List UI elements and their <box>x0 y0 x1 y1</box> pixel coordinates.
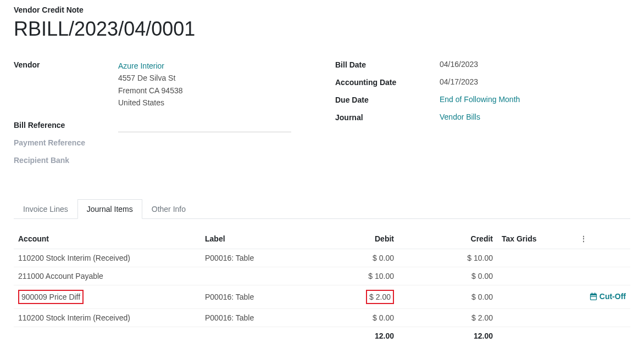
due-date-label: Due Date <box>335 95 440 104</box>
form-sheet: Vendor Azure Interior 4557 De Silva St F… <box>14 60 630 173</box>
cell-credit: $ 0.00 <box>398 267 497 285</box>
th-debit[interactable]: Debit <box>310 229 398 249</box>
recipient-bank-label: Recipient Bank <box>14 155 118 165</box>
total-credit: 12.00 <box>398 327 497 345</box>
vendor-address-line2: Fremont CA 94538 <box>118 85 309 97</box>
table-row[interactable]: 110200 Stock Interim (Received)P00016: T… <box>14 249 630 267</box>
th-account[interactable]: Account <box>14 229 201 249</box>
cell-actions <box>575 308 630 327</box>
cell-debit: $ 0.00 <box>310 308 398 327</box>
payment-reference-label: Payment Reference <box>14 138 118 147</box>
form-col-right: Bill Date 04/16/2023 Accounting Date 04/… <box>335 60 630 173</box>
cell-label: P00016: Table <box>201 285 310 308</box>
form-col-left: Vendor Azure Interior 4557 De Silva St F… <box>14 60 309 173</box>
calendar-icon <box>590 293 597 300</box>
kebab-menu-icon[interactable]: ⋮ <box>580 234 587 243</box>
cell-actions: Cut-Off <box>575 285 630 308</box>
cell-debit: $ 2.00 <box>310 285 398 308</box>
cell-tax-grids <box>497 249 575 267</box>
th-label[interactable]: Label <box>201 229 310 249</box>
tab-invoice-lines[interactable]: Invoice Lines <box>14 199 77 219</box>
table-row[interactable]: 211000 Account Payable$ 10.00$ 0.00 <box>14 267 630 285</box>
page-title: RBILL/2023/04/0001 <box>14 18 630 41</box>
cell-tax-grids <box>497 285 575 308</box>
table-row[interactable]: 900009 Price DiffP00016: Table$ 2.00$ 0.… <box>14 285 630 308</box>
th-credit[interactable]: Credit <box>398 229 497 249</box>
cell-credit: $ 2.00 <box>398 308 497 327</box>
cell-debit: $ 10.00 <box>310 267 398 285</box>
tabs: Invoice Lines Journal Items Other Info <box>14 199 630 219</box>
cell-label: P00016: Table <box>201 308 310 327</box>
tab-journal-items[interactable]: Journal Items <box>77 199 142 219</box>
vendor-link[interactable]: Azure Interior <box>118 61 164 70</box>
journal-table: Account Label Debit Credit Tax Grids ⋮ 1… <box>14 229 630 345</box>
cell-tax-grids <box>497 267 575 285</box>
cell-label <box>201 267 310 285</box>
tab-other-info[interactable]: Other Info <box>142 199 195 219</box>
vendor-credit-note-page: Vendor Credit Note RBILL/2023/04/0001 Ve… <box>14 5 630 345</box>
journal-link[interactable]: Vendor Bills <box>440 113 480 121</box>
bill-date-label: Bill Date <box>335 60 440 69</box>
vendor-label: Vendor <box>14 60 118 69</box>
cell-debit: $ 0.00 <box>310 249 398 267</box>
cell-account: 900009 Price Diff <box>14 285 201 308</box>
bill-reference-input[interactable] <box>118 121 291 132</box>
cell-label: P00016: Table <box>201 249 310 267</box>
tab-content-journal-items: Account Label Debit Credit Tax Grids ⋮ 1… <box>14 219 630 345</box>
journal-tbody: 110200 Stock Interim (Received)P00016: T… <box>14 249 630 327</box>
cell-tax-grids <box>497 308 575 327</box>
journal-label: Journal <box>335 113 440 122</box>
table-row[interactable]: 110200 Stock Interim (Received)P00016: T… <box>14 308 630 327</box>
doc-type-label: Vendor Credit Note <box>14 5 630 14</box>
vendor-value: Azure Interior 4557 De Silva St Fremont … <box>118 60 309 109</box>
cell-account: 110200 Stock Interim (Received) <box>14 308 201 327</box>
cell-account: 110200 Stock Interim (Received) <box>14 249 201 267</box>
accounting-date-label: Accounting Date <box>335 77 440 87</box>
cutoff-label: Cut-Off <box>599 292 626 301</box>
cutoff-button[interactable]: Cut-Off <box>590 292 626 301</box>
cell-credit: $ 0.00 <box>398 285 497 308</box>
bill-date-value: 04/16/2023 <box>440 60 630 69</box>
th-tax-grids[interactable]: Tax Grids <box>497 229 575 249</box>
cell-actions <box>575 267 630 285</box>
bill-reference-label: Bill Reference <box>14 120 118 130</box>
accounting-date-value: 04/17/2023 <box>440 77 630 86</box>
cell-account: 211000 Account Payable <box>14 267 201 285</box>
cell-actions <box>575 249 630 267</box>
vendor-address-line3: United States <box>118 97 309 109</box>
due-date-link[interactable]: End of Following Month <box>440 95 520 104</box>
total-debit: 12.00 <box>310 327 398 345</box>
vendor-address-line1: 4557 De Silva St <box>118 72 309 84</box>
cell-credit: $ 10.00 <box>398 249 497 267</box>
